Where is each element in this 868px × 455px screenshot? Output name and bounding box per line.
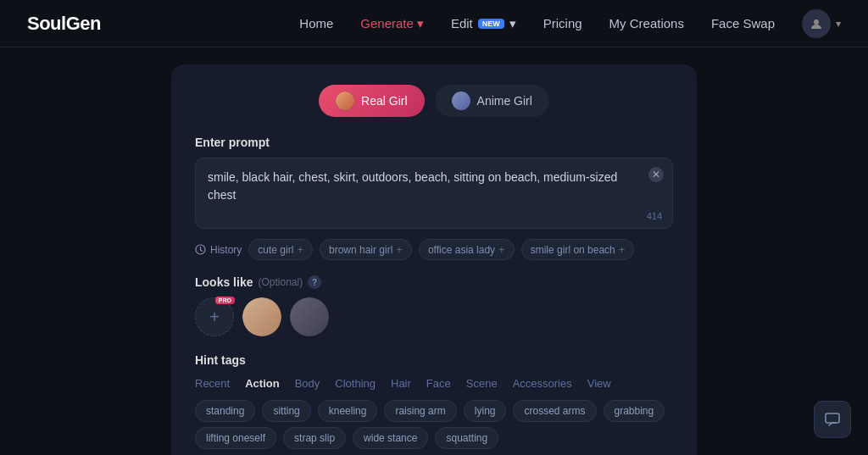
preset-smile-girl-on-beach[interactable]: smile girl on beach +: [521, 239, 635, 260]
hint-tag-strap-slip[interactable]: strap slip: [283, 427, 346, 449]
chevron-down-icon: ▾: [417, 16, 424, 31]
nav-generate[interactable]: Generate ▾: [360, 16, 424, 31]
hint-tag-sitting[interactable]: sitting: [262, 400, 310, 422]
hint-categories: Recent Action Body Clothing Hair Face Sc…: [195, 377, 673, 390]
hint-cat-scene[interactable]: Scene: [466, 377, 498, 390]
hint-cat-hair[interactable]: Hair: [391, 377, 411, 390]
nav-home[interactable]: Home: [299, 16, 333, 31]
hint-tag-squatting[interactable]: squatting: [435, 427, 498, 449]
hint-tags-row-1: standing sitting kneeling raising arm ly…: [195, 400, 673, 422]
nav-edit[interactable]: Edit NEW ▾: [451, 16, 516, 31]
chevron-down-icon: ▾: [509, 16, 516, 31]
hint-tag-lifting-oneself[interactable]: lifting oneself: [195, 427, 276, 449]
looks-row: + PRO: [195, 297, 673, 336]
svg-rect-2: [826, 413, 839, 423]
hint-tag-raising-arm[interactable]: raising arm: [384, 400, 456, 422]
hint-cat-face[interactable]: Face: [426, 377, 451, 390]
prompt-box[interactable]: smile, black hair, chest, skirt, outdoor…: [195, 158, 673, 229]
avatar: [802, 9, 831, 38]
new-badge: NEW: [478, 19, 504, 29]
svg-point-0: [814, 19, 819, 25]
presets-row: History cute girl + brown hair girl + of…: [195, 239, 673, 260]
nav-my-creations[interactable]: My Creations: [609, 16, 684, 31]
nav-links: Home Generate ▾ Edit NEW ▾ Pricing My Cr…: [299, 16, 775, 31]
hint-tag-lying[interactable]: lying: [464, 400, 507, 422]
face-thumb-2[interactable]: [290, 297, 329, 336]
hint-tag-crossed-arms[interactable]: crossed arms: [513, 400, 596, 422]
anime-girl-thumb: [452, 92, 470, 110]
mode-tabs: Real Girl Anime Girl: [195, 85, 673, 117]
history-button[interactable]: History: [195, 244, 242, 256]
main-content: Real Girl Anime Girl Enter prompt smile,…: [0, 47, 868, 455]
preset-brown-hair-girl[interactable]: brown hair girl +: [320, 239, 412, 260]
hint-tag-kneeling[interactable]: kneeling: [318, 400, 378, 422]
pro-badge: PRO: [215, 297, 235, 304]
help-icon[interactable]: ?: [308, 275, 321, 289]
hint-tag-standing[interactable]: standing: [195, 400, 255, 422]
prompt-text: smile, black hair, chest, skirt, outdoor…: [208, 169, 642, 204]
generation-panel: Real Girl Anime Girl Enter prompt smile,…: [171, 64, 697, 455]
hint-tag-grabbing[interactable]: grabbing: [604, 400, 665, 422]
prompt-label: Enter prompt: [195, 136, 673, 149]
history-icon: [195, 244, 206, 255]
chevron-down-icon: ▾: [836, 18, 841, 30]
navbar: SoulGen Home Generate ▾ Edit NEW ▾ Prici…: [0, 0, 868, 47]
nav-pricing[interactable]: Pricing: [543, 16, 582, 31]
hint-cat-accessories[interactable]: Accessories: [513, 377, 572, 390]
hint-cat-action[interactable]: Action: [245, 377, 279, 390]
avatar-button[interactable]: ▾: [802, 9, 841, 38]
hint-tags-row-2: lifting oneself strap slip wide stance s…: [195, 427, 673, 449]
tab-anime-girl[interactable]: Anime Girl: [435, 85, 549, 117]
chat-fab-button[interactable]: [814, 401, 851, 438]
prompt-clear-button[interactable]: ✕: [648, 167, 664, 182]
looks-like-label: Looks like (Optional) ?: [195, 275, 673, 289]
hint-cat-body[interactable]: Body: [295, 377, 320, 390]
tab-real-girl[interactable]: Real Girl: [319, 85, 424, 117]
nav-face-swap[interactable]: Face Swap: [711, 16, 775, 31]
chat-icon: [824, 411, 841, 428]
preset-office-asia-lady[interactable]: office asia lady +: [419, 239, 515, 260]
add-face-button[interactable]: + PRO: [195, 297, 234, 336]
hint-tags-label: Hint tags: [195, 353, 673, 367]
hint-cat-recent[interactable]: Recent: [195, 377, 230, 390]
logo: SoulGen: [27, 13, 101, 35]
hint-tag-wide-stance[interactable]: wide stance: [353, 427, 428, 449]
hint-cat-clothing[interactable]: Clothing: [335, 377, 376, 390]
plus-icon: +: [209, 308, 220, 327]
face-thumb-1[interactable]: [242, 297, 281, 336]
real-girl-thumb: [336, 92, 354, 110]
preset-cute-girl[interactable]: cute girl +: [248, 239, 313, 260]
hint-cat-view[interactable]: View: [587, 377, 611, 390]
optional-text: (Optional): [258, 276, 303, 288]
prompt-char-count: 414: [647, 211, 662, 221]
